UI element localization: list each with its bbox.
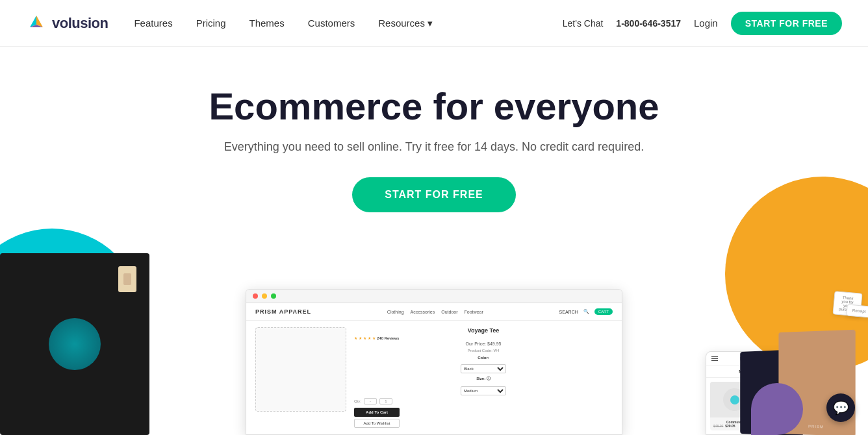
- logo-icon: [26, 13, 47, 34]
- add-to-cart-button[interactable]: Add To Cart: [354, 408, 400, 417]
- store-nav-links: Clothing Accessories Outdoor Footwear: [387, 310, 483, 314]
- store-search-label: SEARCH: [559, 310, 578, 314]
- qty-value: 1: [379, 398, 392, 404]
- product-detail: Voyage Tee ★ ★ ★ ★ ★ 240 Reviews Our Pri…: [246, 321, 622, 434]
- nav-links: Features Pricing Themes Customers Resour…: [134, 18, 562, 29]
- tshirt-design-circle: [49, 318, 101, 370]
- browser-bar: [246, 290, 622, 303]
- start-free-hero-button[interactable]: START FOR FREE: [352, 177, 515, 212]
- desktop-browser-mockup: PRISM APPAREL Clothing Accessories Outdo…: [246, 289, 622, 435]
- card-2: Receipt: [846, 304, 868, 317]
- store-nav-outdoor: Outdoor: [441, 310, 457, 314]
- hero-section: Ecommerce for everyone Everything you ne…: [0, 47, 868, 435]
- login-link[interactable]: Login: [694, 18, 718, 29]
- qty-minus[interactable]: -: [364, 398, 377, 404]
- nav-features[interactable]: Features: [134, 18, 172, 29]
- hamburger-icon[interactable]: [711, 356, 718, 361]
- browser-dot-yellow: [262, 293, 267, 299]
- qty-label: Qty:: [354, 399, 361, 403]
- product-stars: ★ ★ ★ ★ ★ 240 Reviews: [354, 336, 613, 340]
- product-price: Our Price: $49.95: [354, 342, 613, 346]
- nav-themes[interactable]: Themes: [249, 18, 285, 29]
- chevron-down-icon: ▾: [428, 18, 433, 29]
- nav-pricing[interactable]: Pricing: [196, 18, 226, 29]
- tshirt-image: [0, 253, 149, 435]
- tshirt-product-left: [0, 227, 149, 435]
- nav-customers[interactable]: Customers: [308, 18, 355, 29]
- chat-bubble-button[interactable]: 💬: [826, 393, 855, 422]
- hamburger-line-3: [711, 360, 718, 361]
- hero-subheadline: Everything you need to sell online. Try …: [26, 140, 842, 154]
- star-1: ★: [354, 336, 357, 340]
- hero-headline: Ecommerce for everyone: [26, 86, 842, 127]
- color-label: Color:: [354, 356, 613, 360]
- product-image-box: [255, 327, 346, 412]
- start-free-nav-button[interactable]: START FOR FREE: [731, 12, 842, 35]
- store-nav-footwear: Footwear: [465, 310, 483, 314]
- search-icon: 🔍: [583, 309, 589, 314]
- browser-dot-green: [271, 293, 276, 299]
- product-code: Product Code: W4: [354, 349, 613, 353]
- store-nav-clothing: Clothing: [387, 310, 404, 314]
- star-5: ★: [372, 336, 376, 340]
- product-tag: [118, 266, 136, 292]
- navigation: volusion Features Pricing Themes Custome…: [0, 0, 868, 47]
- browser-dot-red: [253, 293, 258, 299]
- size-label: Size: ⓘ: [354, 376, 613, 382]
- lets-chat-label: Let's Chat: [563, 18, 604, 29]
- browser-window: PRISM APPAREL Clothing Accessories Outdo…: [246, 289, 622, 435]
- logo-text: volusion: [52, 15, 108, 32]
- star-3: ★: [363, 336, 366, 340]
- reviews-count: 240 Reviews: [377, 336, 399, 340]
- color-select[interactable]: Black: [461, 364, 506, 373]
- nav-right: Let's Chat 1-800-646-3517 Login START FO…: [563, 12, 842, 35]
- store-cart-btn: CART: [594, 308, 613, 315]
- add-to-wishlist-button[interactable]: Add To Wishlist: [354, 419, 400, 428]
- store-nav-bar: PRISM APPAREL Clothing Accessories Outdo…: [246, 303, 622, 321]
- store-nav-right: SEARCH 🔍 CART: [559, 308, 613, 315]
- phone-number[interactable]: 1-800-646-3517: [616, 18, 681, 29]
- logo[interactable]: volusion: [26, 13, 108, 34]
- star-4: ★: [368, 336, 371, 340]
- size-help-icon: ⓘ: [487, 377, 491, 380]
- quantity-row: Qty: - 1: [354, 398, 613, 404]
- store-logo: PRISM APPAREL: [255, 308, 311, 315]
- book-label: PRISM: [808, 425, 824, 429]
- product-info: Voyage Tee ★ ★ ★ ★ ★ 240 Reviews Our Pri…: [354, 327, 613, 428]
- size-select[interactable]: Medium: [461, 386, 506, 395]
- hamburger-line-1: [711, 356, 718, 357]
- hamburger-line-2: [711, 358, 718, 359]
- nav-resources[interactable]: Resources ▾: [378, 18, 433, 29]
- store-nav-accessories: Accessories: [411, 310, 435, 314]
- product-name: Voyage Tee: [354, 327, 613, 334]
- star-2: ★: [359, 336, 362, 340]
- decorative-purple-blob: [751, 383, 803, 435]
- browser-content: PRISM APPAREL Clothing Accessories Outdo…: [246, 303, 622, 434]
- price-old-1: $48.00: [713, 424, 723, 428]
